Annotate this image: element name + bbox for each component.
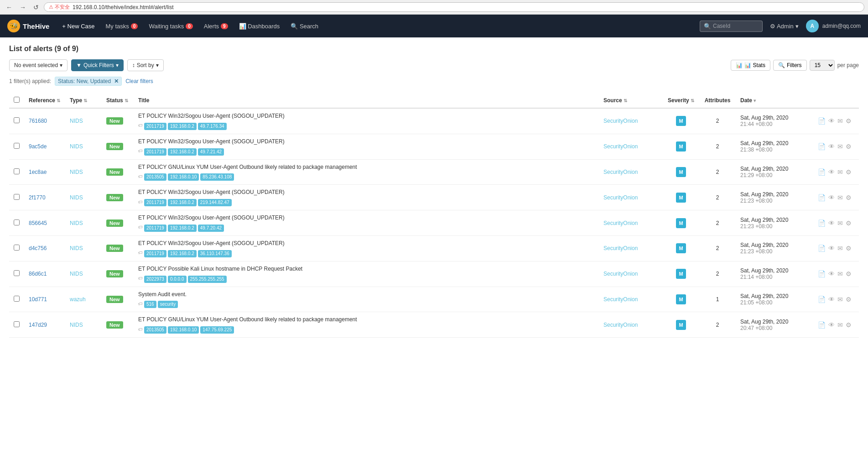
row-checkbox[interactable] xyxy=(14,270,20,276)
app-logo[interactable]: 🐝 TheHive xyxy=(7,20,49,32)
type-link[interactable]: NIDS xyxy=(70,271,83,277)
reference-header[interactable]: Reference ⇅ xyxy=(24,93,65,108)
reference-link[interactable]: d4c756 xyxy=(29,245,47,251)
reference-link[interactable]: 761680 xyxy=(29,118,47,124)
email-icon[interactable]: ✉ xyxy=(837,194,843,201)
settings-icon[interactable]: ⚙ xyxy=(846,143,852,150)
header-search-input[interactable] xyxy=(713,23,759,29)
check-all-header[interactable] xyxy=(9,93,24,108)
preview-icon[interactable]: 👁 xyxy=(828,194,835,201)
settings-icon[interactable]: ⚙ xyxy=(846,117,852,125)
source-link[interactable]: SecurityOnion xyxy=(603,118,638,124)
detail-icon[interactable]: 📄 xyxy=(818,143,826,150)
email-icon[interactable]: ✉ xyxy=(837,143,843,150)
preview-icon[interactable]: 👁 xyxy=(828,143,835,150)
settings-icon[interactable]: ⚙ xyxy=(846,168,852,176)
type-link[interactable]: NIDS xyxy=(70,220,83,226)
preview-icon[interactable]: 👁 xyxy=(828,220,835,227)
no-event-button[interactable]: No event selected ▾ xyxy=(9,59,68,71)
url-bar[interactable]: ⚠ 不安全 192.168.0.10/thehive/index.html#/a… xyxy=(44,2,864,12)
stats-button[interactable]: 📊 📊 Stats xyxy=(731,60,770,71)
severity-header[interactable]: Severity ⇅ xyxy=(663,93,699,108)
reference-link[interactable]: 1ec8ae xyxy=(29,169,47,175)
source-link[interactable]: SecurityOnion xyxy=(603,143,638,150)
settings-icon[interactable]: ⚙ xyxy=(846,296,852,303)
reference-link[interactable]: 9ac5de xyxy=(29,143,47,150)
preview-icon[interactable]: 👁 xyxy=(828,296,835,303)
reference-link[interactable]: 856645 xyxy=(29,220,47,226)
admin-menu[interactable]: ⚙ Admin ▾ xyxy=(766,23,802,30)
user-avatar[interactable]: A xyxy=(806,20,819,32)
email-icon[interactable]: ✉ xyxy=(837,270,843,277)
type-link[interactable]: NIDS xyxy=(70,322,83,328)
type-link[interactable]: NIDS xyxy=(70,245,83,251)
type-link[interactable]: NIDS xyxy=(70,143,83,150)
reference-link[interactable]: 147d29 xyxy=(29,322,47,328)
reference-link[interactable]: 86d6c1 xyxy=(29,271,47,277)
nav-dashboards[interactable]: 📊 Dashboards xyxy=(234,15,286,37)
type-link[interactable]: NIDS xyxy=(70,194,83,201)
remove-filter-button[interactable]: ✕ xyxy=(114,78,119,84)
detail-icon[interactable]: 📄 xyxy=(818,194,826,201)
detail-icon[interactable]: 📄 xyxy=(818,245,826,252)
quick-filters-button[interactable]: ▼ Quick Filters ▾ xyxy=(71,59,124,71)
reference-link[interactable]: 10d771 xyxy=(29,296,47,303)
detail-icon[interactable]: 📄 xyxy=(818,168,826,176)
detail-icon[interactable]: 📄 xyxy=(818,321,826,329)
filters-button[interactable]: 🔍 Filters xyxy=(773,60,807,71)
settings-icon[interactable]: ⚙ xyxy=(846,270,852,277)
date-header[interactable]: Date ▾ xyxy=(736,93,813,108)
row-checkbox[interactable] xyxy=(14,321,20,327)
new-case-button[interactable]: + New Case xyxy=(57,15,100,37)
nav-waiting-tasks[interactable]: Waiting tasks 0 xyxy=(143,15,198,37)
preview-icon[interactable]: 👁 xyxy=(828,168,835,176)
row-checkbox[interactable] xyxy=(14,194,20,200)
email-icon[interactable]: ✉ xyxy=(837,168,843,176)
nav-my-tasks[interactable]: My tasks 0 xyxy=(100,15,144,37)
email-icon[interactable]: ✉ xyxy=(837,245,843,252)
detail-icon[interactable]: 📄 xyxy=(818,117,826,125)
forward-button[interactable]: → xyxy=(17,3,28,12)
preview-icon[interactable]: 👁 xyxy=(828,321,835,329)
row-checkbox[interactable] xyxy=(14,143,20,149)
header-search-box[interactable]: 🔍 xyxy=(700,21,763,32)
settings-icon[interactable]: ⚙ xyxy=(846,321,852,329)
clear-filters-link[interactable]: Clear filters xyxy=(125,78,153,84)
email-icon[interactable]: ✉ xyxy=(837,321,843,329)
type-link[interactable]: wazuh xyxy=(70,296,86,303)
nav-search[interactable]: 🔍 Search xyxy=(285,15,324,37)
preview-icon[interactable]: 👁 xyxy=(828,270,835,277)
source-link[interactable]: SecurityOnion xyxy=(603,322,638,328)
detail-icon[interactable]: 📄 xyxy=(818,220,826,227)
type-link[interactable]: NIDS xyxy=(70,118,83,124)
type-link[interactable]: NIDS xyxy=(70,169,83,175)
nav-alerts[interactable]: Alerts 9 xyxy=(198,15,234,37)
email-icon[interactable]: ✉ xyxy=(837,296,843,303)
row-checkbox[interactable] xyxy=(14,220,20,225)
check-all-checkbox[interactable] xyxy=(14,97,20,103)
settings-icon[interactable]: ⚙ xyxy=(846,220,852,227)
reference-link[interactable]: 2f1770 xyxy=(29,194,46,201)
preview-icon[interactable]: 👁 xyxy=(828,245,835,252)
settings-icon[interactable]: ⚙ xyxy=(846,245,852,252)
source-link[interactable]: SecurityOnion xyxy=(603,245,638,251)
reload-button[interactable]: ↺ xyxy=(31,3,41,12)
sort-by-button[interactable]: ↕ Sort by ▾ xyxy=(127,59,164,71)
status-header[interactable]: Status ⇅ xyxy=(102,93,134,108)
source-link[interactable]: SecurityOnion xyxy=(603,220,638,226)
source-link[interactable]: SecurityOnion xyxy=(603,169,638,175)
detail-icon[interactable]: 📄 xyxy=(818,270,826,277)
preview-icon[interactable]: 👁 xyxy=(828,117,835,125)
type-header[interactable]: Type ⇅ xyxy=(65,93,102,108)
source-link[interactable]: SecurityOnion xyxy=(603,271,638,277)
row-checkbox[interactable] xyxy=(14,245,20,251)
row-checkbox[interactable] xyxy=(14,117,20,123)
row-checkbox[interactable] xyxy=(14,168,20,174)
source-link[interactable]: SecurityOnion xyxy=(603,194,638,201)
email-icon[interactable]: ✉ xyxy=(837,220,843,227)
back-button[interactable]: ← xyxy=(4,3,15,12)
detail-icon[interactable]: 📄 xyxy=(818,296,826,303)
per-page-select[interactable]: 10 15 25 50 100 xyxy=(810,60,835,71)
source-header[interactable]: Source ⇅ xyxy=(599,93,663,108)
settings-icon[interactable]: ⚙ xyxy=(846,194,852,201)
